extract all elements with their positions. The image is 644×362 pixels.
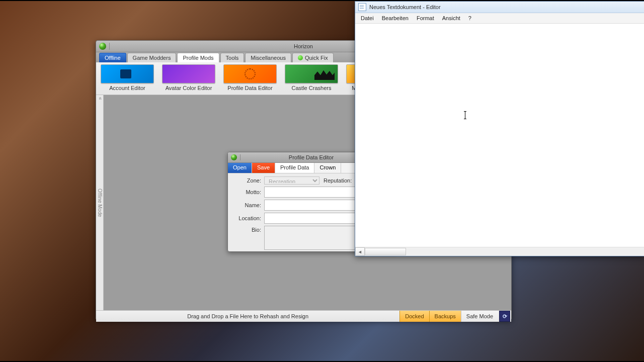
status-hint: Drag and Drop a File Here to Rehash and … [96,313,399,319]
side-label: Offline Mode [97,189,103,217]
pde-tab-crown[interactable]: Crown [314,163,341,173]
menu-help[interactable]: ? [465,14,475,22]
tab-quick-fix-label: Quick Fix [305,55,328,61]
menu-datei[interactable]: Datei [357,14,377,22]
tab-tools[interactable]: Tools [220,53,245,62]
tool-label: Account Editor [109,85,145,91]
tab-quick-fix[interactable]: Quick Fix [292,53,334,62]
desktop: Horizon Offline Game Modders Profile Mod… [0,0,644,362]
profile-data-icon [223,64,277,83]
castle-crashers-icon [285,64,338,83]
notepad-icon [358,3,366,11]
menu-format[interactable]: Format [413,14,438,22]
status-backups-button[interactable]: Backups [429,311,461,322]
label-name: Name: [232,202,261,208]
tab-offline[interactable]: Offline [99,53,126,62]
notepad-window: Neues Textdokument - Editor Datei Bearbe… [355,1,644,256]
pde-open-button[interactable]: Open [228,163,252,173]
tool-label: Profile Data Editor [227,85,272,91]
tab-game-modders[interactable]: Game Modders [127,53,177,62]
notepad-editor[interactable] [355,24,644,247]
scroll-left-arrow-icon[interactable]: ◄ [355,247,365,256]
tab-profile-mods[interactable]: Profile Mods [177,53,219,62]
tool-label: Castle Crashers [292,85,332,91]
notepad-hscrollbar[interactable]: ◄ ► [355,247,644,256]
label-location: Location: [232,215,261,221]
notepad-menubar: Datei Bearbeiten Format Ansicht ? [355,13,644,24]
tool-profile-data-editor[interactable]: Profile Data Editor [223,64,277,95]
label-bio: Bio: [232,226,261,233]
label-motto: Motto: [232,189,261,195]
notepad-titlebar[interactable]: Neues Textdokument - Editor [355,2,644,13]
scroll-track[interactable] [365,248,644,255]
text-caret-icon [465,112,465,119]
tool-account-editor[interactable]: Account Editor [100,64,154,95]
avatar-color-icon [162,64,215,83]
account-editor-icon [101,64,154,83]
scroll-thumb[interactable] [365,248,406,255]
tab-miscellaneous[interactable]: Miscellaneous [245,53,291,62]
side-grip-icon: « [98,97,103,100]
notepad-title: Neues Textdokument - Editor [369,4,441,10]
menu-bearbeiten[interactable]: Bearbeiten [378,14,412,22]
quickfix-icon [298,55,303,60]
status-safe-mode-button[interactable]: Safe Mode [461,311,498,322]
pde-save-button[interactable]: Save [252,163,275,173]
side-panel-handle[interactable]: « Offline Mode [96,95,104,310]
menu-ansicht[interactable]: Ansicht [439,14,464,22]
zone-select[interactable]: Recreation [264,176,319,185]
label-reputation: Reputation: [324,177,352,184]
tool-avatar-color-editor[interactable]: Avatar Color Editor [162,64,216,95]
label-zone: Zone: [232,177,261,184]
tool-castle-crashers[interactable]: Castle Crashers [284,64,339,95]
statusbar: Drag and Drop a File Here to Rehash and … [96,310,511,322]
tool-label: Avatar Color Editor [166,85,212,91]
pde-tab-profile-data[interactable]: Profile Data [275,163,314,173]
status-docked-button[interactable]: Docked [399,311,429,322]
status-square-button[interactable]: ⟳ [499,311,510,322]
